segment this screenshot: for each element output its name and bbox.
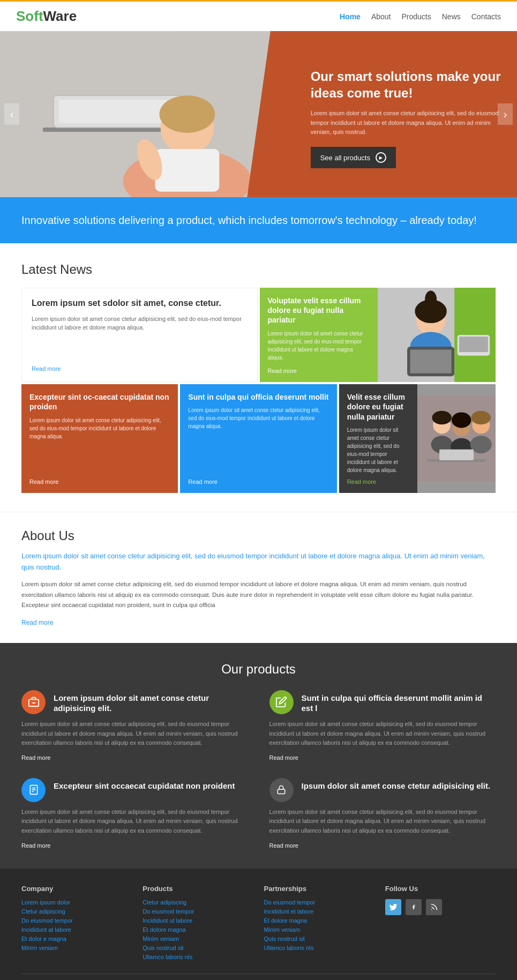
hero-desc: Lorem ipsum dolor sit amet conse ctetur … [311,109,501,137]
footer-partnerships-col: Partnerships Do eiusmod tempor Incididun… [264,885,374,963]
news-card-3: Excepteur sint oc-caecat cupidatat non p… [21,384,178,493]
facebook-icon[interactable] [406,899,422,915]
latest-news-section: Latest News Lorem ipsum set sdolor sit a… [0,243,517,512]
hero-prev-button[interactable]: ‹ [4,103,19,125]
footer-products-link-7[interactable]: Ullamco laboris nIs [143,954,253,960]
nav-home[interactable]: Home [340,12,361,21]
news-card-3-title: Excepteur sint oc-caecat cupidatat non p… [29,392,170,412]
footer-products-heading: Products [143,885,253,893]
hero-next-button[interactable]: › [498,103,513,125]
product-1-title: Lorem ipsum dolor sit amet conse ctetur … [54,693,248,714]
product-item-1: Lorem ipsum dolor sit amet conse ctetur … [21,690,248,762]
product-item-2: Sunt in culpa qui officia deserunt molli… [269,690,496,762]
news-card-5-title: Velit esse cillum dolore eu fugiat nulla… [347,392,409,422]
news-card-4-link[interactable]: Read more [188,478,328,485]
footer-follow-col: Follow Us [385,885,496,963]
product-1-header: Lorem ipsum dolor sit amet conse ctetur … [21,690,248,714]
news-card-3-link[interactable]: Read more [29,478,170,485]
news-card-4-title: Sunt in culpa qui officia deserunt molli… [188,392,328,402]
news-card-1: Lorem ipsum set sdolor sit amet, conse c… [21,288,258,382]
svg-rect-30 [439,450,474,460]
news-card-1-link[interactable]: Read more [32,365,248,372]
svg-rect-7 [155,149,220,192]
footer-partnerships-link-3[interactable]: Et dolore magna [264,917,374,924]
logo[interactable]: SoftWare [16,8,77,25]
footer-grid: Company Lorem ipsum dolor Ctetur adipisc… [21,885,496,963]
product-3-title: Excepteur sint occaecat cupidatat non pr… [54,781,235,791]
footer-company-heading: Company [21,885,132,893]
news-card-1-title: Lorem ipsum set sdolor sit amet, conse c… [32,298,248,309]
footer-company-link-3[interactable]: Do eiusmod tempor [21,917,132,924]
svg-point-26 [432,411,452,425]
news-bottom-row: Excepteur sint oc-caecat cupidatat non p… [21,384,496,493]
product-1-link[interactable]: Read more [21,754,50,761]
nav-products[interactable]: Products [401,12,431,21]
main-nav: Home About Products News Contacts [340,12,501,21]
hero-cta-button[interactable]: See all products ► [311,147,396,168]
lock-icon [269,778,294,802]
svg-rect-18 [459,336,488,352]
news-card-2-desc: Lorem ipsum dolor sit amet conse ctetur … [268,330,370,364]
news-card-5-image [417,384,496,493]
product-4-link[interactable]: Read more [269,842,298,849]
nav-about[interactable]: About [371,12,391,21]
footer-company-link-2[interactable]: Ctetur adipiscing [21,908,132,915]
banner-text: Innovative solutions delivering a produc… [21,212,496,228]
footer-products-col: Products Ctetur adipiscing Do eiusmod te… [143,885,253,963]
footer-company-link-5[interactable]: Et dolor e magna [21,936,132,942]
footer-products-link-1[interactable]: Ctetur adipiscing [143,899,253,906]
footer-partnerships-heading: Partnerships [264,885,374,893]
footer-partnerships-link-6[interactable]: Ullamco laboris nIs [264,945,374,951]
product-2-link[interactable]: Read more [269,754,298,761]
footer-company-link-6[interactable]: Minim veniam [21,945,132,951]
nav-news[interactable]: News [442,12,461,21]
about-body: Lorem ipsum dolor sit amet conse ctetur … [21,579,496,611]
product-3-link[interactable]: Read more [21,842,50,849]
briefcase-icon [21,690,46,714]
footer-follow-heading: Follow Us [385,885,496,893]
footer-products-link-2[interactable]: Do eiusmod tempor [143,908,253,915]
about-section: About Us Lorem ipsum dolor sit amet cons… [0,512,517,643]
hero-btn-label: See all products [320,154,370,162]
footer-partnerships-link-1[interactable]: Do eiusmod tempor [264,899,374,906]
footer-company-link-1[interactable]: Lorem ipsum dolor [21,899,132,906]
products-grid: Lorem ipsum dolor sit amet conse ctetur … [21,690,496,850]
product-1-desc: Lorem ipsum dolor sit amet conse ctetur … [21,720,248,748]
document-icon [21,778,46,802]
nav-contacts[interactable]: Contacts [471,12,501,21]
svg-rect-15 [410,350,451,373]
product-4-header: Ipsum dolor sit amet conse ctetur adipis… [269,778,496,802]
arrow-circle-icon: ► [376,152,386,163]
footer-company-link-4[interactable]: Incididunt at labore [21,926,132,933]
footer-products-link-6[interactable]: Quis nostrud sit [143,945,253,951]
news-card-4-desc: Lorem ipsum dolor sit amet conse ctetur … [188,406,328,474]
hero-content: Our smart solutions make your ideas come… [300,31,517,197]
twitter-icon[interactable] [385,899,401,915]
news-card-5-desc: Lorem ipsum dolor sit amet conse ctetur … [347,426,409,474]
social-icons [385,899,496,915]
logo-soft: Soft [16,8,43,24]
footer-partnerships-link-4[interactable]: Minim veniam [264,926,374,933]
product-2-desc: Lorem ipsum dolor sit amet conse ctetur … [269,720,496,748]
footer-company-col: Company Lorem ipsum dolor Ctetur adipisc… [21,885,132,963]
site-footer: Company Lorem ipsum dolor Ctetur adipisc… [0,869,517,980]
svg-rect-3 [59,100,177,123]
products-section: Our products Lorem ipsum dolor sit amet … [0,643,517,869]
product-3-desc: Lorem ipsum dolor sit amet conse ctetur … [21,807,248,836]
news-card-5-link[interactable]: Read more [347,478,409,485]
svg-point-39 [431,909,431,910]
svg-rect-38 [278,790,285,794]
product-3-header: Excepteur sint occaecat cupidatat non pr… [21,778,248,802]
news-card-3-desc: Lorem ipsum dolor sit amet conse ctetur … [29,416,170,474]
news-card-2-link[interactable]: Read more [268,368,370,374]
footer-products-link-3[interactable]: Incididunt ut labore [143,917,253,924]
footer-products-link-4[interactable]: Et dolore magna [143,926,253,933]
footer-partnerships-link-5[interactable]: Quis nostrud sit [264,936,374,942]
news-card-2-image [378,288,496,382]
news-card-2: Voluptate velit esse cillum dolore eu fu… [260,288,496,382]
product-2-header: Sunt in culpa qui officia deserunt molli… [269,690,496,714]
footer-partnerships-link-2[interactable]: Incididunt et labore [264,908,374,915]
rss-icon[interactable] [426,899,442,915]
footer-products-link-5[interactable]: Minim veniam [143,936,253,942]
about-read-more-link[interactable]: Read more [21,619,53,626]
